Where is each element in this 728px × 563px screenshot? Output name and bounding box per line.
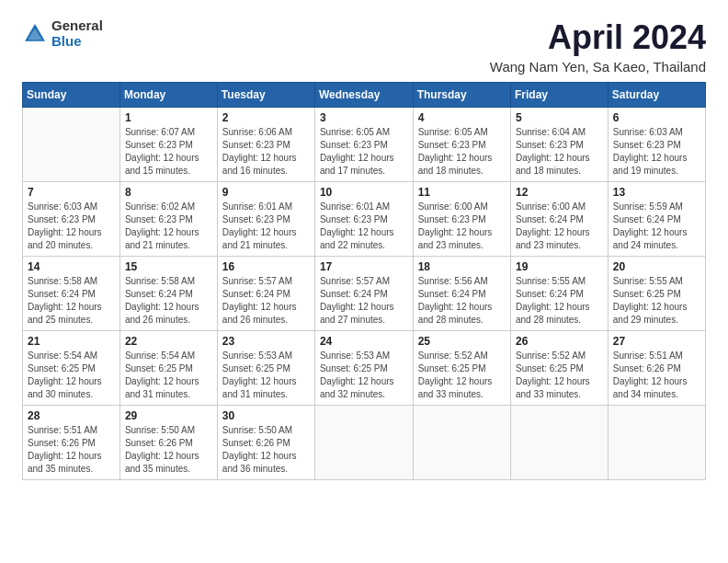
day-number: 27 xyxy=(613,335,700,348)
header-monday: Monday xyxy=(119,83,217,108)
header: General Blue April 2024 Wang Nam Yen, Sa… xyxy=(22,18,706,75)
table-row: 24 Sunrise: 5:53 AMSunset: 6:25 PMDaylig… xyxy=(314,331,413,406)
table-row: 19 Sunrise: 5:55 AMSunset: 6:24 PMDaylig… xyxy=(510,257,608,331)
day-number: 25 xyxy=(418,335,506,348)
logo-text: General Blue xyxy=(51,18,103,49)
day-info: Sunrise: 5:52 AMSunset: 6:25 PMDaylight:… xyxy=(418,350,506,401)
day-number: 29 xyxy=(125,409,212,422)
day-number: 26 xyxy=(516,335,603,348)
day-number: 24 xyxy=(320,335,408,348)
table-row: 1 Sunrise: 6:07 AMSunset: 6:23 PMDayligh… xyxy=(119,108,217,182)
table-row: 8 Sunrise: 6:02 AMSunset: 6:23 PMDayligh… xyxy=(119,182,217,257)
table-row: 26 Sunrise: 5:52 AMSunset: 6:25 PMDaylig… xyxy=(510,331,608,406)
table-row: 17 Sunrise: 5:57 AMSunset: 6:24 PMDaylig… xyxy=(314,257,413,331)
day-info: Sunrise: 5:50 AMSunset: 6:26 PMDaylight:… xyxy=(222,424,310,476)
day-info: Sunrise: 6:07 AMSunset: 6:23 PMDaylight:… xyxy=(125,126,212,178)
day-number: 8 xyxy=(125,186,212,199)
table-row: 5 Sunrise: 6:04 AMSunset: 6:23 PMDayligh… xyxy=(510,108,608,182)
day-info: Sunrise: 5:51 AMSunset: 6:26 PMDaylight:… xyxy=(28,424,115,476)
table-row: 4 Sunrise: 6:05 AMSunset: 6:23 PMDayligh… xyxy=(413,108,510,182)
calendar-row: 21 Sunrise: 5:54 AMSunset: 6:25 PMDaylig… xyxy=(23,331,706,406)
day-number: 2 xyxy=(222,111,310,124)
day-number: 28 xyxy=(28,409,115,422)
calendar-header-row: Sunday Monday Tuesday Wednesday Thursday… xyxy=(23,83,706,108)
day-number: 3 xyxy=(320,111,408,124)
day-info: Sunrise: 6:00 AMSunset: 6:24 PMDaylight:… xyxy=(516,201,603,252)
day-info: Sunrise: 5:53 AMSunset: 6:25 PMDaylight:… xyxy=(222,350,310,401)
day-info: Sunrise: 5:55 AMSunset: 6:25 PMDaylight:… xyxy=(613,275,700,327)
day-number: 4 xyxy=(418,111,506,124)
table-row: 22 Sunrise: 5:54 AMSunset: 6:25 PMDaylig… xyxy=(119,331,217,406)
table-row: 10 Sunrise: 6:01 AMSunset: 6:23 PMDaylig… xyxy=(314,182,413,257)
day-info: Sunrise: 5:55 AMSunset: 6:24 PMDaylight:… xyxy=(516,275,603,327)
day-number: 17 xyxy=(320,260,408,273)
table-row: 9 Sunrise: 6:01 AMSunset: 6:23 PMDayligh… xyxy=(217,182,314,257)
day-info: Sunrise: 6:03 AMSunset: 6:23 PMDaylight:… xyxy=(613,126,700,178)
day-info: Sunrise: 6:06 AMSunset: 6:23 PMDaylight:… xyxy=(222,126,310,178)
calendar-row: 14 Sunrise: 5:58 AMSunset: 6:24 PMDaylig… xyxy=(23,257,706,331)
header-friday: Friday xyxy=(510,83,608,108)
main-title: April 2024 xyxy=(490,18,706,57)
title-block: April 2024 Wang Nam Yen, Sa Kaeo, Thaila… xyxy=(490,18,706,75)
table-row xyxy=(314,406,413,480)
table-row xyxy=(608,406,705,480)
day-number: 7 xyxy=(28,186,115,199)
day-info: Sunrise: 5:54 AMSunset: 6:25 PMDaylight:… xyxy=(28,350,115,401)
day-number: 15 xyxy=(125,260,212,273)
day-info: Sunrise: 5:58 AMSunset: 6:24 PMDaylight:… xyxy=(28,275,115,327)
day-number: 6 xyxy=(613,111,700,124)
table-row: 15 Sunrise: 5:58 AMSunset: 6:24 PMDaylig… xyxy=(119,257,217,331)
table-row: 3 Sunrise: 6:05 AMSunset: 6:23 PMDayligh… xyxy=(314,108,413,182)
table-row: 21 Sunrise: 5:54 AMSunset: 6:25 PMDaylig… xyxy=(23,331,120,406)
subtitle: Wang Nam Yen, Sa Kaeo, Thailand xyxy=(490,59,706,75)
header-tuesday: Tuesday xyxy=(217,83,314,108)
table-row: 14 Sunrise: 5:58 AMSunset: 6:24 PMDaylig… xyxy=(23,257,120,331)
table-row: 11 Sunrise: 6:00 AMSunset: 6:23 PMDaylig… xyxy=(413,182,510,257)
header-thursday: Thursday xyxy=(413,83,510,108)
day-number: 20 xyxy=(613,260,700,273)
table-row: 16 Sunrise: 5:57 AMSunset: 6:24 PMDaylig… xyxy=(217,257,314,331)
day-info: Sunrise: 6:05 AMSunset: 6:23 PMDaylight:… xyxy=(418,126,506,178)
logo-icon xyxy=(22,21,48,47)
day-info: Sunrise: 5:56 AMSunset: 6:24 PMDaylight:… xyxy=(418,275,506,327)
day-info: Sunrise: 6:03 AMSunset: 6:23 PMDaylight:… xyxy=(28,201,115,252)
table-row: 20 Sunrise: 5:55 AMSunset: 6:25 PMDaylig… xyxy=(608,257,705,331)
day-info: Sunrise: 5:53 AMSunset: 6:25 PMDaylight:… xyxy=(320,350,408,401)
table-row: 6 Sunrise: 6:03 AMSunset: 6:23 PMDayligh… xyxy=(608,108,705,182)
day-info: Sunrise: 5:57 AMSunset: 6:24 PMDaylight:… xyxy=(320,275,408,327)
table-row: 18 Sunrise: 5:56 AMSunset: 6:24 PMDaylig… xyxy=(413,257,510,331)
day-number: 30 xyxy=(222,409,310,422)
table-row: 12 Sunrise: 6:00 AMSunset: 6:24 PMDaylig… xyxy=(510,182,608,257)
calendar-row: 28 Sunrise: 5:51 AMSunset: 6:26 PMDaylig… xyxy=(23,406,706,480)
day-info: Sunrise: 5:54 AMSunset: 6:25 PMDaylight:… xyxy=(125,350,212,401)
table-row xyxy=(510,406,608,480)
day-number: 12 xyxy=(516,186,603,199)
day-info: Sunrise: 6:01 AMSunset: 6:23 PMDaylight:… xyxy=(222,201,310,252)
table-row: 13 Sunrise: 5:59 AMSunset: 6:24 PMDaylig… xyxy=(608,182,705,257)
logo: General Blue xyxy=(22,18,103,49)
day-number: 14 xyxy=(28,260,115,273)
day-number: 22 xyxy=(125,335,212,348)
day-number: 11 xyxy=(418,186,506,199)
header-wednesday: Wednesday xyxy=(314,83,413,108)
table-row: 28 Sunrise: 5:51 AMSunset: 6:26 PMDaylig… xyxy=(23,406,120,480)
page-container: General Blue April 2024 Wang Nam Yen, Sa… xyxy=(22,18,706,480)
table-row: 23 Sunrise: 5:53 AMSunset: 6:25 PMDaylig… xyxy=(217,331,314,406)
day-info: Sunrise: 5:58 AMSunset: 6:24 PMDaylight:… xyxy=(125,275,212,327)
day-info: Sunrise: 6:05 AMSunset: 6:23 PMDaylight:… xyxy=(320,126,408,178)
header-saturday: Saturday xyxy=(608,83,705,108)
logo-blue: Blue xyxy=(51,34,103,50)
day-number: 23 xyxy=(222,335,310,348)
day-number: 18 xyxy=(418,260,506,273)
calendar-row: 1 Sunrise: 6:07 AMSunset: 6:23 PMDayligh… xyxy=(23,108,706,182)
day-info: Sunrise: 6:00 AMSunset: 6:23 PMDaylight:… xyxy=(418,201,506,252)
day-number: 19 xyxy=(516,260,603,273)
header-sunday: Sunday xyxy=(23,83,120,108)
day-number: 10 xyxy=(320,186,408,199)
day-info: Sunrise: 5:50 AMSunset: 6:26 PMDaylight:… xyxy=(125,424,212,476)
table-row: 30 Sunrise: 5:50 AMSunset: 6:26 PMDaylig… xyxy=(217,406,314,480)
day-number: 5 xyxy=(516,111,603,124)
day-number: 21 xyxy=(28,335,115,348)
day-info: Sunrise: 6:04 AMSunset: 6:23 PMDaylight:… xyxy=(516,126,603,178)
day-info: Sunrise: 5:57 AMSunset: 6:24 PMDaylight:… xyxy=(222,275,310,327)
